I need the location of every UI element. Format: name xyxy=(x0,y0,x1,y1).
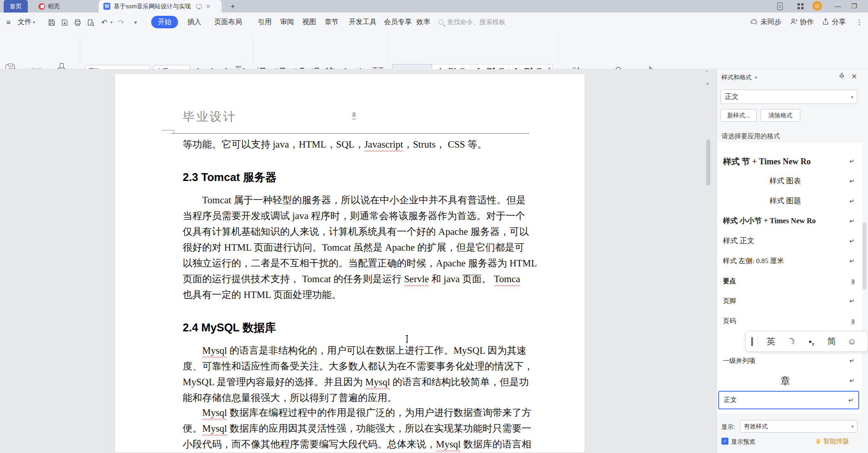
nav-dev-tools[interactable]: 开发工具 xyxy=(349,13,377,32)
style-list: 样式 节 + Times New Ro↵样式 图表↵样式 图题↵样式 小小节 +… xyxy=(717,142,862,414)
minimize-button[interactable]: — xyxy=(835,1,848,11)
command-search-input[interactable]: 查找命令、搜索模板 xyxy=(439,13,505,32)
current-style-select[interactable]: 正文▾ xyxy=(721,90,857,104)
nav-view[interactable]: 视图 xyxy=(302,13,316,32)
document-canvas[interactable]: 毕业设计 8 等功能。它可以支持 java，HTML，SQL，Javascrip… xyxy=(0,69,716,453)
more-menu-icon[interactable]: ⋮ xyxy=(856,13,863,32)
nav-review[interactable]: 审阅 xyxy=(280,13,294,32)
maximize-button[interactable]: ❐ xyxy=(851,1,864,11)
document-text-line[interactable]: 当程序员需要开发或调试 java 程序时，则通常会将该服务器作为首选。对于一个 xyxy=(183,208,519,224)
document-text-line[interactable]: 仅具有计算机基础知识的人来说，计算机系统具有一个好的 Apache 服务器，可以 xyxy=(183,224,519,239)
text-run: Tomcat 属于一种轻型的服务器，所以说在中小企业中并不具有普适性。但是 xyxy=(202,194,526,206)
tab-close-icon[interactable]: ✕ xyxy=(206,3,211,10)
style-list-item[interactable]: 正文↵ xyxy=(718,391,859,409)
display-filter-select[interactable]: 有效样式▾ xyxy=(740,420,857,433)
document-text-line[interactable]: Mysql 的语言是非结构化的，用户可以在数据上进行工作。MySQL 因为其速 xyxy=(183,343,519,358)
user-avatar[interactable]: ☺ xyxy=(812,1,822,10)
style-list-item[interactable]: 章↵ xyxy=(718,371,859,391)
tab-home[interactable]: 首页 xyxy=(4,0,28,13)
document-text-line[interactable]: 便。Mysql 数据库的应用因其灵活性强，功能强大，所以在实现某功能时只需要一 xyxy=(183,421,519,436)
new-style-button[interactable]: 新样式... xyxy=(721,109,757,122)
toolbar-more-icon[interactable]: ▾ xyxy=(130,17,140,27)
export-button[interactable] xyxy=(59,17,70,27)
nav-home[interactable]: 开始 xyxy=(151,16,178,28)
style-list-item[interactable]: 样式 图表↵ xyxy=(718,171,859,191)
nav-efficiency[interactable]: 效率 xyxy=(416,13,430,32)
style-list-item[interactable]: 一级并列项↵ xyxy=(718,351,859,371)
ime-simplified-toggle[interactable]: 简 xyxy=(822,336,842,348)
collaborate-button[interactable]: 协作 xyxy=(790,13,814,32)
ribbon-toolbar: 粘贴▾ ✂剪切 复制 格式刷 宋体▾ 小四▾ A+ A− ◇ wén文▾ B I… xyxy=(0,32,868,69)
show-preview-checkbox[interactable]: ✓ xyxy=(721,438,728,445)
mobile-view-button[interactable]: 1 xyxy=(777,1,783,11)
grid-icon xyxy=(798,3,800,6)
style-list-item[interactable]: 样式 节 + Times New Ro↵ xyxy=(718,151,859,171)
scrollbar-thumb[interactable] xyxy=(706,139,710,186)
scroll-up-icon[interactable]: ▲ xyxy=(706,81,709,85)
misspelled-word: Mysql xyxy=(202,345,227,356)
panel-title[interactable]: 样式和格式▾ xyxy=(721,73,757,82)
style-list-item[interactable]: 页码a xyxy=(718,311,859,331)
screen-cast-icon[interactable] xyxy=(196,4,202,8)
section-heading-2-3[interactable]: 2.3 Tomcat 服务器 xyxy=(183,170,276,185)
panel-close-icon[interactable]: ✕ xyxy=(851,72,857,81)
workspace-grid-button[interactable] xyxy=(798,1,803,11)
tab-docer[interactable]: 稻壳 xyxy=(36,0,80,13)
style-list-item[interactable]: 页脚↵ xyxy=(718,291,859,311)
nav-references[interactable]: 引用 xyxy=(258,13,272,32)
panel-scrollbar-thumb[interactable] xyxy=(862,222,867,290)
save-button[interactable] xyxy=(46,17,57,27)
paragraph-mysql-1[interactable]: Mysql 的语言是非结构化的，用户可以在数据上进行工作。MySQL 因为其速度… xyxy=(183,343,519,406)
document-text-line[interactable]: 也具有一定的 HTML 页面处理功能。 xyxy=(183,287,519,303)
ime-emoji-icon[interactable]: ☺ xyxy=(842,337,862,347)
file-menu[interactable]: 文件▾ xyxy=(18,13,35,32)
hamburger-menu-icon[interactable]: ≡ xyxy=(6,13,11,32)
smart-layout-button[interactable]: ♛智能排版 xyxy=(815,437,849,446)
clear-format-button[interactable]: 清除格式 xyxy=(760,109,800,122)
document-text-line[interactable]: 以独立运行的，二者是不互相干扰的。当配置正确的时候，Apache 服务器为 HT… xyxy=(183,255,519,271)
redo-button[interactable]: ↷ xyxy=(116,17,126,27)
document-text-line[interactable]: 等功能。它可以支持 java，HTML，SQL，Javascript，Strut… xyxy=(183,136,519,152)
tab-document[interactable]: W 基于ssm音乐网站设计与实现 ✕ xyxy=(99,0,222,13)
style-list-item[interactable]: 样式 小小节 + Times New Ro↵ xyxy=(718,211,859,231)
character-style-mark: a xyxy=(851,318,855,324)
tab-docer-label: 稻壳 xyxy=(48,2,60,11)
undo-dropdown-icon[interactable]: ▾ xyxy=(108,17,113,27)
document-text-line[interactable]: Mysql 数据库在编程过程中的作用是很广泛的，为用户进行数据查询带来了方 xyxy=(183,405,519,421)
ime-halfwidth-moon-icon[interactable]: ☽ xyxy=(781,336,802,347)
share-button[interactable]: 分享 xyxy=(822,13,846,32)
document-text-line[interactable]: 度、可靠性和适应性而备受关注。大多数人都认为在不需要事务化处理的情况下， xyxy=(183,358,519,374)
paragraph-mysql-2[interactable]: Mysql 数据库在编程过程中的作用是很广泛的，为用户进行数据查询带来了方便。M… xyxy=(183,405,519,452)
paragraph-intro[interactable]: 等功能。它可以支持 java，HTML，SQL，Javascript，Strut… xyxy=(183,136,519,152)
document-text-line[interactable]: 小段代码，而不像其他程序需要编写大段代码。总体来说，Mysql 数据库的语言相 xyxy=(183,436,519,452)
nav-insert[interactable]: 插入 xyxy=(187,13,201,32)
page-header-text[interactable]: 毕业设计 xyxy=(183,109,236,125)
document-page[interactable]: 毕业设计 8 等功能。它可以支持 java，HTML，SQL，Javascrip… xyxy=(115,74,585,453)
ribbon-collapse-icon[interactable]: ⌃ xyxy=(705,70,709,75)
document-text-line[interactable]: 页面的运行提供技术支持， Tomcat 的任务则是运行 Servle 和 jav… xyxy=(183,271,519,287)
page-number[interactable]: 8 xyxy=(352,111,356,119)
section-heading-2-4[interactable]: 2.4 MySQL 数据库 xyxy=(183,320,276,335)
nav-member[interactable]: 会员专享 xyxy=(384,13,412,32)
pin-icon[interactable] xyxy=(838,72,845,81)
document-scrollbar[interactable]: ⌃ ▲ xyxy=(704,69,713,453)
ime-punctuation-toggle[interactable]: •, xyxy=(801,337,822,347)
print-preview-button[interactable] xyxy=(85,17,96,27)
sync-status[interactable]: 未同步 xyxy=(750,13,781,32)
paragraph-tomcat[interactable]: Tomcat 属于一种轻型的服务器，所以说在中小企业中并不具有普适性。但是当程序… xyxy=(183,192,519,303)
style-list-item[interactable]: 样式 左侧: 0.85 厘米↵ xyxy=(718,251,859,271)
style-list-item[interactable]: 样式 图题↵ xyxy=(718,191,859,211)
document-text-line[interactable]: 能和存储信息量很强大，所以得到了普遍的应用。 xyxy=(183,390,519,406)
document-text-line[interactable]: Tomcat 属于一种轻型的服务器，所以说在中小企业中并不具有普适性。但是 xyxy=(183,192,519,208)
style-list-item[interactable]: 要点a xyxy=(718,271,859,291)
panel-scrollbar[interactable] xyxy=(862,153,867,413)
nav-page-layout[interactable]: 页面布局 xyxy=(214,13,242,32)
print-button[interactable] xyxy=(72,17,83,27)
style-list-item[interactable]: 样式 正文↵ xyxy=(718,231,859,251)
document-text-line[interactable]: 很好的对 HTML 页面进行访问。Tomcat 虽然是 Apache 的扩展，但… xyxy=(183,239,519,255)
new-tab-button[interactable]: + xyxy=(228,0,237,13)
document-text-line[interactable]: MySQL 是管理内容最好的选择。并且因为 Mysql 的语言和结构比较简单，但… xyxy=(183,374,519,390)
ime-language-toggle[interactable]: 英 xyxy=(761,336,781,348)
nav-section[interactable]: 章节 xyxy=(325,13,338,32)
undo-button[interactable]: ↶ xyxy=(99,17,109,27)
